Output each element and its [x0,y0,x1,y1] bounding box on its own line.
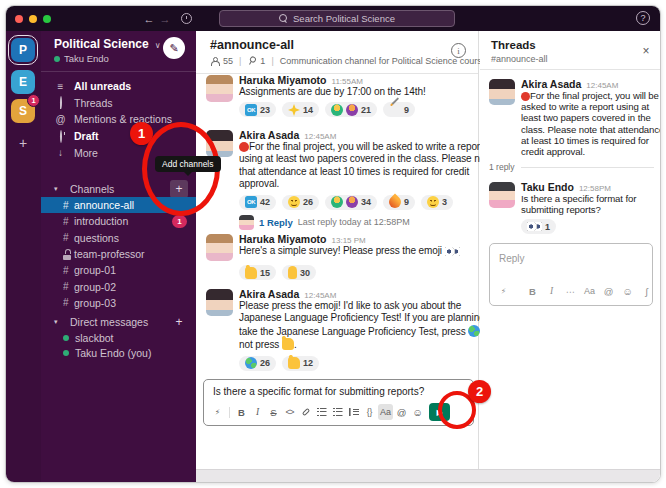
sidebar-item-all-unreads[interactable]: ≡ All unreads [54,78,196,95]
reaction-sparkles[interactable]: 14 [282,102,319,117]
reaction-fire[interactable]: 9 [383,195,415,210]
italic-icon[interactable]: I [250,404,265,420]
emoji-picker-icon[interactable]: ☺ [410,404,425,420]
bold-icon[interactable]: B [234,404,249,420]
message-text: Here's a simple survey! Please press the… [239,245,442,256]
minimize-window-button[interactable] [29,15,37,23]
channel-title[interactable]: #announce-all [210,38,294,52]
text-format-toggle[interactable]: Aa [378,404,393,420]
message-author[interactable]: Akira Asada [521,78,581,90]
reaction-thumbs-up[interactable]: 12 [282,356,319,371]
history-clock-icon[interactable] [181,13,192,24]
shortcuts-lightning-icon[interactable]: ⚡ [210,404,225,420]
add-workspace-button[interactable]: + [11,131,35,155]
history-back-icon[interactable]: ← [141,13,157,25]
reaction-smile[interactable]: 26 [282,195,319,210]
reaction-globe[interactable]: 26 [239,356,276,371]
pin-icon[interactable] [245,54,258,67]
dm-item-slackbot[interactable]: slackbot [41,330,196,345]
thread-summary[interactable]: 1 Reply Last reply today at 12:58PM [239,215,472,230]
shortcuts-lightning-icon[interactable]: ⚡ [496,283,511,299]
search-input[interactable]: Search Political Science [219,10,455,27]
message-text: . [294,339,297,350]
reaction-ok-button[interactable]: OK23 [239,102,276,117]
more-formatting-icon[interactable]: ⋯ [563,283,578,299]
maximize-window-button[interactable] [43,15,51,23]
avatar[interactable] [206,289,233,316]
add-dm-button[interactable]: + [170,313,188,331]
reaction-eyes[interactable]: 1 [521,219,556,234]
message-text: not press [239,339,279,350]
mention-icon[interactable]: @ [394,404,409,420]
reaction-ok-button[interactable]: OK42 [239,195,276,210]
reaction-woman-gesturing-ok[interactable]: 34 [325,195,377,210]
reaction-thumbs-up[interactable]: 15 [239,265,276,280]
reaction-pencil[interactable]: 9 [383,102,415,117]
globe-emoji-icon [468,325,480,337]
avatar[interactable] [206,75,233,102]
pencil-emoji-icon [389,104,401,116]
channel-item-group-03[interactable]: # group-03 [41,295,196,311]
workspace-switcher-p[interactable]: P [11,38,35,62]
help-icon[interactable]: ? [636,11,650,25]
message-author[interactable]: Taku Endo [521,181,574,193]
message-author[interactable]: Haruka Miyamoto [239,74,327,86]
message-author[interactable]: Akira Asada [239,129,299,141]
channel-item-group-01[interactable]: # group-01 [41,262,196,278]
channel-info-icon[interactable]: i [451,43,466,58]
channel-item-team-professor[interactable]: team-professor [41,246,196,262]
unread-badge: 1 [172,215,187,228]
close-window-button[interactable] [15,15,23,23]
channel-item-introduction[interactable]: # introduction 1 [41,213,196,229]
message-time: 12:45AM [304,132,336,141]
pin-count[interactable]: 1 [260,56,265,66]
link-icon[interactable] [298,404,313,420]
paperclip-icon[interactable]: ∫ [639,283,654,299]
history-forward-icon[interactable]: → [157,13,173,25]
bulleted-list-icon[interactable] [330,404,345,420]
code-icon[interactable]: <> [282,404,297,420]
message-author[interactable]: Akira Asada [239,288,299,300]
dm-item-taku-endo[interactable]: Taku Endo (you) [41,345,196,360]
members-icon[interactable] [210,57,219,66]
ordered-list-icon[interactable] [314,404,329,420]
channel-item-questions[interactable]: # questions [41,230,196,246]
member-count[interactable]: 55 [223,56,233,66]
workspace-switcher-s[interactable]: S 1 [11,99,35,123]
reaction-point-up[interactable]: 30 [282,265,316,280]
reactions: OK23 14 21 9 [239,102,472,117]
message-author[interactable]: Haruka Miyamoto [239,233,327,245]
user-presence: Taku Endo [54,53,109,64]
avatar[interactable] [206,234,233,261]
strikethrough-icon[interactable]: S [266,404,281,420]
thread-reply-composer[interactable]: Reply ⚡ B I ⋯ Aa @ ☺ ∫ [489,243,653,306]
dm-name: slackbot [75,332,114,344]
hash-icon: # [63,216,74,227]
avatar[interactable] [489,79,515,105]
sidebar-item-threads[interactable]: Threads [54,95,196,112]
reaction-wink[interactable]: 3 [421,195,453,210]
presence-dot-icon [54,56,60,62]
message-composer[interactable]: Is there a specific format for submittin… [203,379,474,426]
section-collapse-icon[interactable]: ▾ [54,318,63,326]
blockquote-icon[interactable] [346,404,361,420]
composer-input[interactable]: Is there a specific format for submittin… [213,386,465,397]
workspace-switcher-e[interactable]: E [11,70,35,94]
channel-item-group-02[interactable]: # group-02 [41,278,196,294]
emoji-picker-icon[interactable]: ☺ [620,283,635,299]
text-format-toggle[interactable]: Aa [582,283,597,299]
reaction-woman-gesturing-ok[interactable]: 21 [325,102,377,117]
section-collapse-icon[interactable]: ▾ [54,185,63,193]
reply-placeholder[interactable]: Reply [499,253,525,264]
italic-icon[interactable]: I [544,283,559,299]
new-message-button[interactable]: ✎ [163,37,185,59]
dm-section-header[interactable]: ▾ Direct messages + [54,313,188,331]
bold-icon[interactable]: B [525,283,540,299]
close-icon[interactable]: × [638,43,654,59]
workspace-name-button[interactable]: Political Science∨ [54,37,161,51]
message-text: submitting reports? [521,204,601,215]
avatar[interactable] [489,182,515,208]
mention-icon[interactable]: @ [601,283,616,299]
code-block-icon[interactable]: {} [362,404,377,420]
thread-reply-link[interactable]: 1 Reply [259,217,293,228]
